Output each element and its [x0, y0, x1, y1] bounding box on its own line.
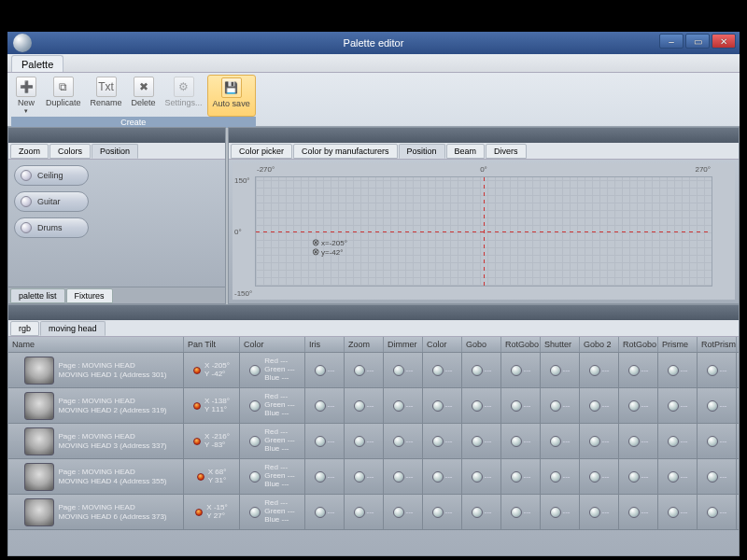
col-gobo2[interactable]: Gobo 2: [580, 337, 619, 352]
table-row[interactable]: Page : MOVING HEAD MOVING HEAD 6 (Addres…: [8, 495, 739, 530]
cell-param[interactable]: ---: [541, 495, 580, 529]
col-prisme[interactable]: Prisme: [658, 337, 698, 352]
col-rotgobo2[interactable]: RotGobo 2: [619, 337, 658, 352]
cell-param[interactable]: ---: [345, 353, 384, 387]
cell-color[interactable]: Red ---Green ---Blue ---: [240, 353, 305, 387]
cell-param[interactable]: ---: [345, 388, 384, 423]
cell-pantilt[interactable]: X -138°Y 111°: [184, 388, 240, 423]
cell-param[interactable]: ---: [580, 495, 619, 529]
app-orb-icon[interactable]: [13, 34, 32, 52]
cell-param[interactable]: ---: [658, 353, 698, 387]
cell-param[interactable]: ---: [698, 424, 737, 458]
cell-pantilt[interactable]: X -205°Y -42°: [184, 353, 240, 387]
cell-param[interactable]: ---: [384, 353, 423, 387]
cell-color[interactable]: Red ---Green ---Blue ---: [240, 495, 305, 529]
tab-palette-list[interactable]: palette list: [10, 288, 65, 303]
cell-color[interactable]: Red ---Green ---Blue ---: [240, 424, 305, 458]
cell-param[interactable]: ---: [619, 459, 658, 494]
cell-param[interactable]: ---: [423, 353, 462, 387]
cell-param[interactable]: ---: [658, 388, 698, 423]
minimize-button[interactable]: –: [659, 34, 684, 49]
cell-color[interactable]: Red ---Green ---Blue ---: [240, 459, 305, 494]
preset-ceiling[interactable]: Ceiling: [14, 165, 89, 186]
col-gobo[interactable]: Gobo: [462, 337, 501, 352]
close-button[interactable]: ✕: [712, 34, 736, 49]
cell-param[interactable]: ---: [462, 459, 501, 494]
cell-param[interactable]: ---: [619, 495, 658, 529]
cell-param[interactable]: ---: [345, 459, 384, 494]
cell-param[interactable]: ---: [658, 424, 698, 458]
cell-param[interactable]: ---: [384, 388, 423, 423]
xy-pad[interactable]: -270° 0° 270° 150° 0° -150° x=-205° y=-4…: [233, 163, 735, 300]
tab-position[interactable]: Position: [92, 144, 138, 159]
cell-param[interactable]: ---: [698, 459, 737, 494]
cell-param[interactable]: ---: [541, 388, 580, 423]
duplicate-button[interactable]: ⧉Duplicate: [41, 75, 86, 117]
col-pantilt[interactable]: Pan Tilt: [184, 337, 240, 352]
tab-color-manufacturers[interactable]: Color by manufacturers: [293, 144, 398, 159]
cell-param[interactable]: ---: [658, 459, 698, 494]
cell-param[interactable]: ---: [580, 459, 619, 494]
table-row[interactable]: Page : MOVING HEAD MOVING HEAD 3 (Addres…: [8, 424, 739, 459]
table-row[interactable]: Page : MOVING HEAD MOVING HEAD 4 (Addres…: [8, 459, 739, 495]
tab-position-right[interactable]: Position: [399, 144, 445, 159]
table-row[interactable]: Page : MOVING HEAD MOVING HEAD 2 (Addres…: [8, 388, 739, 424]
col-shutter[interactable]: Shutter: [541, 337, 580, 352]
cell-param[interactable]: ---: [501, 495, 541, 529]
col-color2[interactable]: Color: [423, 337, 462, 352]
delete-button[interactable]: ✖Delete: [127, 75, 161, 117]
cell-param[interactable]: ---: [384, 424, 423, 458]
tab-zoom[interactable]: Zoom: [10, 144, 49, 159]
cell-param[interactable]: ---: [619, 388, 658, 423]
tab-rgb[interactable]: rgb: [10, 321, 39, 336]
tab-colors[interactable]: Colors: [49, 144, 91, 159]
col-rotprisme2[interactable]: RotPrisme 2: [698, 337, 737, 352]
col-iris[interactable]: Iris: [305, 337, 345, 352]
autosave-button[interactable]: 💾Auto save: [207, 75, 256, 117]
col-color[interactable]: Color: [240, 337, 305, 352]
cell-param[interactable]: ---: [541, 424, 580, 458]
col-rotgobo[interactable]: RotGobo: [501, 337, 541, 352]
ribbon-tab-palette[interactable]: Palette: [11, 55, 63, 72]
cell-param[interactable]: ---: [423, 388, 462, 423]
preset-drums[interactable]: Drums: [14, 217, 89, 238]
cell-param[interactable]: ---: [423, 459, 462, 494]
cell-param[interactable]: ---: [580, 424, 619, 458]
cell-pantilt[interactable]: X 68°Y 31°: [184, 459, 240, 494]
cell-color[interactable]: Red ---Green ---Blue ---: [240, 388, 305, 423]
tab-divers[interactable]: Divers: [486, 144, 527, 159]
tab-fixtures[interactable]: Fixtures: [66, 288, 113, 303]
cell-param[interactable]: ---: [698, 495, 737, 529]
cell-param[interactable]: ---: [462, 353, 501, 387]
cell-param[interactable]: ---: [423, 424, 462, 458]
cell-param[interactable]: ---: [305, 353, 345, 387]
cell-param[interactable]: ---: [541, 353, 580, 387]
cell-param[interactable]: ---: [580, 388, 619, 423]
cell-param[interactable]: ---: [501, 353, 541, 387]
cell-param[interactable]: ---: [698, 353, 737, 387]
maximize-button[interactable]: ▭: [685, 34, 710, 49]
settings-button[interactable]: ⚙Settings...: [161, 75, 207, 117]
cell-param[interactable]: ---: [462, 424, 501, 458]
tab-color-picker[interactable]: Color picker: [231, 144, 292, 159]
table-row[interactable]: Page : MOVING HEAD MOVING HEAD 1 (Addres…: [8, 353, 739, 388]
cell-param[interactable]: ---: [698, 388, 737, 423]
cell-pantilt[interactable]: X -15°Y 27°: [184, 495, 240, 529]
new-button[interactable]: ➕New▾: [11, 75, 41, 117]
cell-param[interactable]: ---: [305, 495, 345, 529]
cell-param[interactable]: ---: [501, 459, 541, 494]
col-zoom[interactable]: Zoom: [345, 337, 384, 352]
col-name[interactable]: Name: [8, 337, 184, 352]
cell-param[interactable]: ---: [462, 495, 501, 529]
cell-param[interactable]: ---: [305, 424, 345, 458]
cell-param[interactable]: ---: [541, 459, 580, 494]
cell-param[interactable]: ---: [580, 353, 619, 387]
cell-param[interactable]: ---: [423, 495, 462, 529]
cell-param[interactable]: ---: [384, 495, 423, 529]
cell-param[interactable]: ---: [658, 495, 698, 529]
cell-pantilt[interactable]: X -216°Y -83°: [184, 424, 240, 458]
rename-button[interactable]: TxtRename: [86, 75, 127, 117]
preset-guitar[interactable]: Guitar: [14, 191, 89, 212]
cell-param[interactable]: ---: [345, 424, 384, 458]
tab-moving-head[interactable]: moving head: [40, 321, 106, 336]
